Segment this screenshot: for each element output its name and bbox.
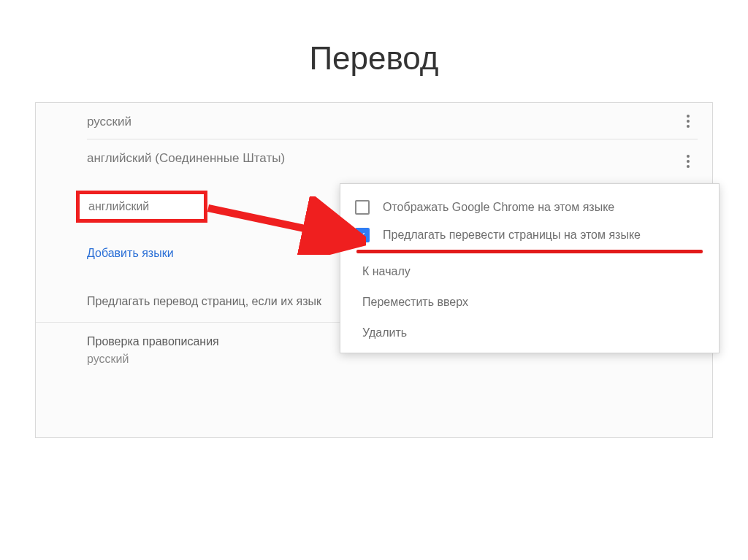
menu-item-label: Отображать Google Chrome на этом языке xyxy=(383,201,614,214)
spellcheck-language: русский xyxy=(87,353,129,365)
language-context-menu: Отображать Google Chrome на этом языке П… xyxy=(340,183,720,353)
checkbox-checked-icon[interactable] xyxy=(355,228,370,242)
menu-item-to-top[interactable]: К началу xyxy=(340,256,719,287)
menu-item-move-up[interactable]: Переместить вверх xyxy=(340,287,719,318)
add-languages-link[interactable]: Добавить языки xyxy=(87,247,174,260)
language-row-english-us[interactable]: английский (Соединенные Штаты) xyxy=(36,139,712,183)
menu-item-delete[interactable]: Удалить xyxy=(340,318,719,348)
language-label: английский xyxy=(88,200,149,213)
more-vert-icon[interactable] xyxy=(680,153,696,169)
page-title: Перевод xyxy=(0,0,748,102)
spellcheck-setting[interactable]: Проверка правописания русский xyxy=(87,335,219,366)
checkbox-unchecked-icon[interactable] xyxy=(355,200,370,215)
menu-item-label: Предлагать перевести страницы на этом яз… xyxy=(383,229,641,242)
menu-item-display-chrome[interactable]: Отображать Google Chrome на этом языке xyxy=(340,194,719,222)
annotation-underline xyxy=(356,250,703,253)
language-settings-panel: русский английский (Соединенные Штаты) а… xyxy=(35,102,713,438)
spellcheck-title: Проверка правописания xyxy=(87,335,219,348)
menu-item-offer-translate[interactable]: Предлагать перевести страницы на этом яз… xyxy=(340,222,719,250)
svg-line-0 xyxy=(208,208,353,239)
language-label: английский (Соединенные Штаты) xyxy=(87,151,285,165)
language-row-russian[interactable]: русский xyxy=(36,103,712,139)
language-label: русский xyxy=(87,115,131,129)
more-vert-icon[interactable] xyxy=(680,113,696,129)
language-row-english-highlighted[interactable]: английский xyxy=(76,191,207,223)
